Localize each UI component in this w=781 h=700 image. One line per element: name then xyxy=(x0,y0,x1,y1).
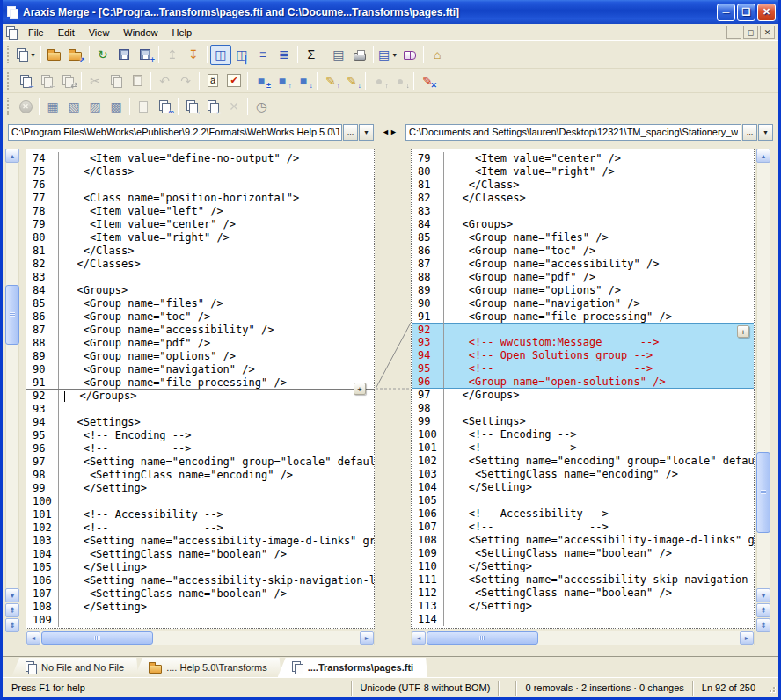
menu-help[interactable]: Help xyxy=(164,26,199,40)
find-in-files-button[interactable]: ∞ xyxy=(154,97,175,117)
comparison-tab-1[interactable]: No File and No File xyxy=(11,658,138,677)
open-file-comparison-button[interactable]: ↗ xyxy=(65,45,86,65)
maximize-button[interactable]: ❑ xyxy=(737,4,755,21)
code-line[interactable]: 83 xyxy=(412,205,754,218)
resize-grip[interactable] xyxy=(764,682,777,694)
menu-edit[interactable]: Edit xyxy=(51,26,82,40)
code-line[interactable]: 76 xyxy=(26,179,374,192)
comparison-tab-2[interactable]: .... Help 5.0\Transforms xyxy=(135,658,281,677)
code-line[interactable]: 106 <!-- Accessibility --> xyxy=(412,507,754,521)
left-browse-button[interactable]: ... xyxy=(343,124,358,141)
refresh-button[interactable]: ↻ xyxy=(92,45,113,65)
code-line[interactable]: 114 xyxy=(412,613,754,626)
options-dropdown-icon[interactable]: ▼ xyxy=(391,52,398,58)
two-way-comparison-view-button[interactable]: ◫ xyxy=(210,45,231,65)
scrollbar-track[interactable] xyxy=(756,149,770,602)
scrollbar-thumb[interactable] xyxy=(41,631,153,645)
code-line[interactable]: 106 <Setting name="accessibility-skip-na… xyxy=(26,574,374,587)
code-line[interactable]: 113 </Setting> xyxy=(412,600,754,613)
code-line[interactable]: 80 <Item value="right" /> xyxy=(412,165,754,179)
scrollbar-track[interactable] xyxy=(5,149,19,602)
code-line[interactable]: 93 xyxy=(26,403,374,416)
code-line[interactable]: 79 <Item value="center" /> xyxy=(26,218,374,231)
recent-history-button[interactable]: ◷ xyxy=(251,97,272,117)
minimize-button[interactable]: ─ xyxy=(717,4,735,21)
code-line[interactable]: 95 <!-- Encoding --> xyxy=(26,429,374,442)
code-line[interactable]: 88 <Group name="pdf" /> xyxy=(412,271,754,284)
code-line[interactable]: 89 <Group name="options" /> xyxy=(26,350,374,363)
code-line[interactable]: 90 <Group name="navigation" /> xyxy=(412,297,754,310)
scroll-down-button[interactable]: ▼ xyxy=(5,588,19,602)
code-line[interactable]: 87 <Group name="accessibility" /> xyxy=(412,258,754,271)
code-line[interactable]: 79 <Item value="center" /> xyxy=(412,152,754,165)
code-line[interactable]: 91 <Group name="file-processing" /> xyxy=(26,376,374,390)
code-line[interactable]: 100 xyxy=(26,495,374,508)
code-line[interactable]: 85 <Group name="files" /> xyxy=(26,297,374,310)
new-comparison-button[interactable]: ▼ xyxy=(15,45,38,65)
merged-result-view-button[interactable]: ≣ xyxy=(274,45,295,65)
code-line[interactable]: 97 </Groups> xyxy=(412,389,754,402)
code-line[interactable]: 84 <Groups> xyxy=(26,284,374,297)
code-line[interactable]: 109 xyxy=(26,614,374,627)
left-path-input[interactable] xyxy=(8,124,342,141)
right-path-dropdown-button[interactable]: ▼ xyxy=(758,124,773,141)
next-change-button[interactable]: ↧ xyxy=(183,45,204,65)
toolbar-grip[interactable] xyxy=(7,98,11,115)
insert-block-right-button[interactable]: + xyxy=(737,325,749,338)
replace-block-right-button[interactable]: → xyxy=(15,70,36,91)
help-book-button[interactable] xyxy=(399,45,420,65)
code-line[interactable]: 86 <Group name="toc" /> xyxy=(26,310,374,324)
single-pane-view-button[interactable]: ≡ xyxy=(252,45,274,65)
next-edit-button[interactable]: ✎↓ xyxy=(341,70,362,91)
code-line[interactable]: 102 <Setting name="encoding" group="loca… xyxy=(412,455,754,468)
previous-change-button[interactable]: ⇞ xyxy=(756,603,770,617)
toolbar-grip[interactable] xyxy=(7,46,11,63)
check-spelling-button[interactable]: ✔ xyxy=(223,70,245,91)
comparison-tab-3[interactable]: ....Transforms\pages.fti xyxy=(278,658,427,677)
block-outline-changed-button[interactable]: ▧ xyxy=(63,97,84,117)
previous-change-button[interactable]: ⇞ xyxy=(5,603,19,617)
code-line[interactable]: 82 </Classes> xyxy=(412,192,754,205)
code-line[interactable]: 104 </Setting> xyxy=(412,481,754,494)
code-line[interactable]: 103 <Setting name="accessibility-image-d… xyxy=(26,535,374,548)
scroll-left-button[interactable]: ◄ xyxy=(26,631,40,645)
mdi-close-button[interactable]: ✕ xyxy=(760,26,775,39)
code-line[interactable]: 108 </Setting> xyxy=(26,601,374,614)
block-down-button[interactable]: ■↓ xyxy=(293,70,314,91)
code-line[interactable]: 104 <SettingClass name="boolean" /> xyxy=(26,548,374,561)
code-line[interactable]: 95 <!-- --> xyxy=(412,362,754,376)
code-line[interactable]: 92 </Groups> xyxy=(26,390,374,403)
copy-file-left-button[interactable]: ← xyxy=(202,97,223,117)
right-file-pane[interactable]: 79 <Item value="center" />80 <Item value… xyxy=(411,149,755,629)
home-button[interactable]: ⌂ xyxy=(427,45,448,65)
pane-splitter[interactable]: ◄► xyxy=(374,128,405,136)
print-button[interactable] xyxy=(349,45,370,65)
code-line[interactable]: 112 <SettingClass name="boolean" /> xyxy=(412,587,754,600)
remove-edits-button[interactable]: ✎✕ xyxy=(417,70,438,91)
previous-edit-button[interactable]: ✎↑ xyxy=(320,70,341,91)
statistics-button[interactable]: Σ xyxy=(301,45,322,65)
code-line[interactable]: 109 <SettingClass name="boolean" /> xyxy=(412,547,754,560)
code-line[interactable]: 99 <Settings> xyxy=(412,415,754,428)
three-way-comparison-view-button[interactable]: ◫▏ xyxy=(231,45,252,65)
block-up-button[interactable]: ■↑ xyxy=(272,70,293,91)
mdi-restore-button[interactable]: ◻ xyxy=(743,26,758,39)
code-line[interactable]: 84 <Groups> xyxy=(412,218,754,231)
scrollbar-thumb[interactable] xyxy=(5,285,19,345)
open-folder-comparison-button[interactable] xyxy=(44,45,65,65)
block-outline-sync-button[interactable]: ▩ xyxy=(106,97,127,117)
scrollbar-thumb[interactable] xyxy=(756,452,770,533)
code-line[interactable]: 108 <Setting name="accessibility-image-d… xyxy=(412,534,754,547)
scroll-down-button[interactable]: ▼ xyxy=(756,588,770,602)
code-line[interactable]: 82 </Classes> xyxy=(26,258,374,271)
code-line[interactable]: 86 <Group name="toc" /> xyxy=(412,244,754,258)
code-line[interactable]: 85 <Group name="files" /> xyxy=(412,231,754,244)
code-line[interactable]: 103 <SettingClass name="encoding" /> xyxy=(412,468,754,481)
code-line[interactable]: 81 </Class> xyxy=(412,179,754,192)
code-line[interactable]: 100 <!-- Encoding --> xyxy=(412,428,754,441)
code-line[interactable]: 88 <Group name="pdf" /> xyxy=(26,337,374,350)
report-button[interactable]: ▤ xyxy=(328,45,349,65)
code-line[interactable]: 93 <!-- wwcustom:Message --> xyxy=(412,336,754,349)
code-line[interactable]: 87 <Group name="accessibility" /> xyxy=(26,324,374,337)
save-all-button[interactable]: + xyxy=(135,45,156,65)
